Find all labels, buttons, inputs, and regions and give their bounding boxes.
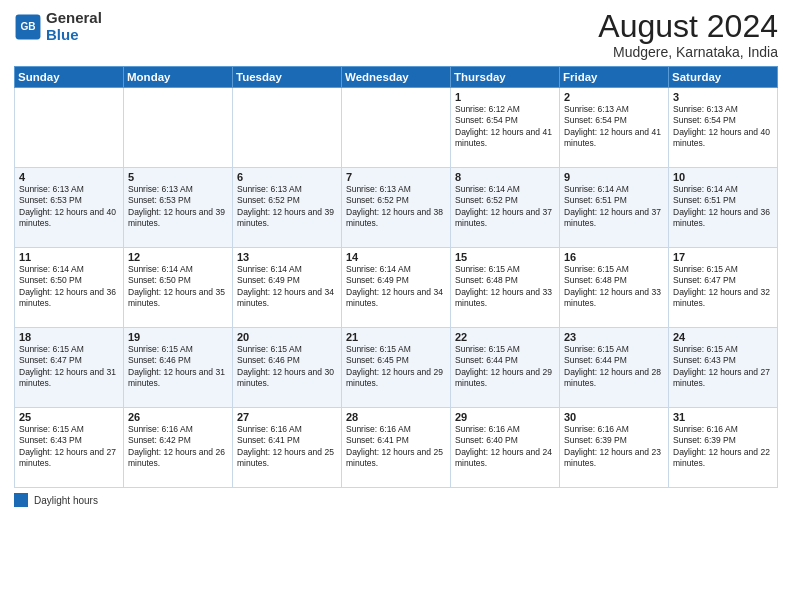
day-info: Sunrise: 6:13 AMSunset: 6:53 PMDaylight:… [19, 184, 119, 230]
day-number: 15 [455, 251, 555, 263]
day-info: Sunrise: 6:15 AMSunset: 6:45 PMDaylight:… [346, 344, 446, 390]
week-row-1: 1Sunrise: 6:12 AMSunset: 6:54 PMDaylight… [15, 88, 778, 168]
day-number: 9 [564, 171, 664, 183]
col-header-tuesday: Tuesday [233, 67, 342, 88]
day-info: Sunrise: 6:15 AMSunset: 6:48 PMDaylight:… [455, 264, 555, 310]
day-info: Sunrise: 6:15 AMSunset: 6:43 PMDaylight:… [673, 344, 773, 390]
day-number: 11 [19, 251, 119, 263]
logo-text: General Blue [46, 10, 102, 43]
month-title: August 2024 [598, 10, 778, 42]
day-number: 14 [346, 251, 446, 263]
day-number: 30 [564, 411, 664, 423]
day-info: Sunrise: 6:15 AMSunset: 6:46 PMDaylight:… [128, 344, 228, 390]
day-number: 22 [455, 331, 555, 343]
header-row: SundayMondayTuesdayWednesdayThursdayFrid… [15, 67, 778, 88]
legend-color-box [14, 493, 28, 507]
day-info: Sunrise: 6:15 AMSunset: 6:44 PMDaylight:… [564, 344, 664, 390]
day-info: Sunrise: 6:15 AMSunset: 6:44 PMDaylight:… [455, 344, 555, 390]
day-cell: 24Sunrise: 6:15 AMSunset: 6:43 PMDayligh… [669, 328, 778, 408]
day-cell: 13Sunrise: 6:14 AMSunset: 6:49 PMDayligh… [233, 248, 342, 328]
logo-blue: Blue [46, 26, 79, 43]
week-row-3: 11Sunrise: 6:14 AMSunset: 6:50 PMDayligh… [15, 248, 778, 328]
col-header-wednesday: Wednesday [342, 67, 451, 88]
week-row-4: 18Sunrise: 6:15 AMSunset: 6:47 PMDayligh… [15, 328, 778, 408]
day-cell: 8Sunrise: 6:14 AMSunset: 6:52 PMDaylight… [451, 168, 560, 248]
day-cell: 6Sunrise: 6:13 AMSunset: 6:52 PMDaylight… [233, 168, 342, 248]
legend: Daylight hours [14, 493, 778, 507]
day-info: Sunrise: 6:14 AMSunset: 6:49 PMDaylight:… [346, 264, 446, 310]
day-cell: 9Sunrise: 6:14 AMSunset: 6:51 PMDaylight… [560, 168, 669, 248]
day-number: 16 [564, 251, 664, 263]
week-row-5: 25Sunrise: 6:15 AMSunset: 6:43 PMDayligh… [15, 408, 778, 488]
day-cell: 22Sunrise: 6:15 AMSunset: 6:44 PMDayligh… [451, 328, 560, 408]
day-number: 19 [128, 331, 228, 343]
day-cell: 1Sunrise: 6:12 AMSunset: 6:54 PMDaylight… [451, 88, 560, 168]
generalblue-logo-icon: GB [14, 13, 42, 41]
day-info: Sunrise: 6:13 AMSunset: 6:54 PMDaylight:… [564, 104, 664, 150]
day-cell: 12Sunrise: 6:14 AMSunset: 6:50 PMDayligh… [124, 248, 233, 328]
day-cell: 27Sunrise: 6:16 AMSunset: 6:41 PMDayligh… [233, 408, 342, 488]
day-info: Sunrise: 6:16 AMSunset: 6:42 PMDaylight:… [128, 424, 228, 470]
day-number: 5 [128, 171, 228, 183]
day-cell: 23Sunrise: 6:15 AMSunset: 6:44 PMDayligh… [560, 328, 669, 408]
day-cell: 5Sunrise: 6:13 AMSunset: 6:53 PMDaylight… [124, 168, 233, 248]
day-cell: 30Sunrise: 6:16 AMSunset: 6:39 PMDayligh… [560, 408, 669, 488]
col-header-thursday: Thursday [451, 67, 560, 88]
day-number: 12 [128, 251, 228, 263]
day-cell [15, 88, 124, 168]
day-number: 8 [455, 171, 555, 183]
header: GB General Blue August 2024 Mudgere, Kar… [14, 10, 778, 60]
week-row-2: 4Sunrise: 6:13 AMSunset: 6:53 PMDaylight… [15, 168, 778, 248]
day-cell: 28Sunrise: 6:16 AMSunset: 6:41 PMDayligh… [342, 408, 451, 488]
day-cell: 29Sunrise: 6:16 AMSunset: 6:40 PMDayligh… [451, 408, 560, 488]
day-cell: 7Sunrise: 6:13 AMSunset: 6:52 PMDaylight… [342, 168, 451, 248]
day-info: Sunrise: 6:13 AMSunset: 6:53 PMDaylight:… [128, 184, 228, 230]
day-info: Sunrise: 6:15 AMSunset: 6:47 PMDaylight:… [19, 344, 119, 390]
day-number: 17 [673, 251, 773, 263]
day-cell: 2Sunrise: 6:13 AMSunset: 6:54 PMDaylight… [560, 88, 669, 168]
svg-text:GB: GB [20, 21, 35, 32]
day-cell: 20Sunrise: 6:15 AMSunset: 6:46 PMDayligh… [233, 328, 342, 408]
day-number: 24 [673, 331, 773, 343]
day-number: 4 [19, 171, 119, 183]
day-number: 31 [673, 411, 773, 423]
day-info: Sunrise: 6:16 AMSunset: 6:40 PMDaylight:… [455, 424, 555, 470]
day-info: Sunrise: 6:13 AMSunset: 6:52 PMDaylight:… [237, 184, 337, 230]
day-cell: 11Sunrise: 6:14 AMSunset: 6:50 PMDayligh… [15, 248, 124, 328]
day-number: 6 [237, 171, 337, 183]
day-number: 2 [564, 91, 664, 103]
day-number: 26 [128, 411, 228, 423]
day-cell [342, 88, 451, 168]
day-number: 1 [455, 91, 555, 103]
logo: GB General Blue [14, 10, 102, 43]
day-cell: 18Sunrise: 6:15 AMSunset: 6:47 PMDayligh… [15, 328, 124, 408]
day-cell: 10Sunrise: 6:14 AMSunset: 6:51 PMDayligh… [669, 168, 778, 248]
day-number: 3 [673, 91, 773, 103]
day-number: 20 [237, 331, 337, 343]
day-number: 10 [673, 171, 773, 183]
col-header-friday: Friday [560, 67, 669, 88]
day-number: 21 [346, 331, 446, 343]
day-number: 13 [237, 251, 337, 263]
day-info: Sunrise: 6:14 AMSunset: 6:51 PMDaylight:… [673, 184, 773, 230]
day-number: 23 [564, 331, 664, 343]
day-info: Sunrise: 6:13 AMSunset: 6:54 PMDaylight:… [673, 104, 773, 150]
day-info: Sunrise: 6:15 AMSunset: 6:47 PMDaylight:… [673, 264, 773, 310]
day-number: 7 [346, 171, 446, 183]
day-number: 25 [19, 411, 119, 423]
day-cell: 21Sunrise: 6:15 AMSunset: 6:45 PMDayligh… [342, 328, 451, 408]
day-info: Sunrise: 6:16 AMSunset: 6:39 PMDaylight:… [564, 424, 664, 470]
day-info: Sunrise: 6:16 AMSunset: 6:41 PMDaylight:… [237, 424, 337, 470]
col-header-saturday: Saturday [669, 67, 778, 88]
location: Mudgere, Karnataka, India [598, 44, 778, 60]
col-header-sunday: Sunday [15, 67, 124, 88]
day-info: Sunrise: 6:14 AMSunset: 6:49 PMDaylight:… [237, 264, 337, 310]
day-number: 18 [19, 331, 119, 343]
day-cell: 25Sunrise: 6:15 AMSunset: 6:43 PMDayligh… [15, 408, 124, 488]
day-info: Sunrise: 6:16 AMSunset: 6:41 PMDaylight:… [346, 424, 446, 470]
day-cell [233, 88, 342, 168]
day-cell: 3Sunrise: 6:13 AMSunset: 6:54 PMDaylight… [669, 88, 778, 168]
calendar-table: SundayMondayTuesdayWednesdayThursdayFrid… [14, 66, 778, 488]
day-cell: 16Sunrise: 6:15 AMSunset: 6:48 PMDayligh… [560, 248, 669, 328]
calendar-page: GB General Blue August 2024 Mudgere, Kar… [0, 0, 792, 612]
